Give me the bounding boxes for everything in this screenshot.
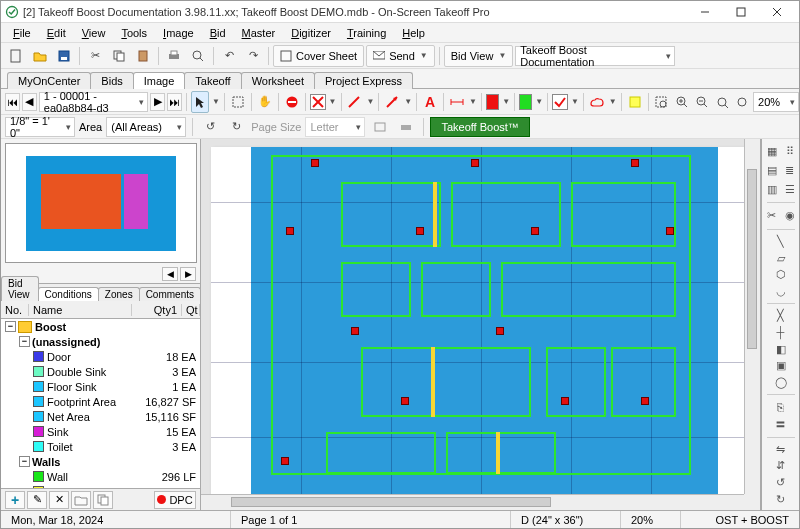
paste-icon[interactable]	[132, 45, 154, 67]
area-select[interactable]: (All Areas)▾	[106, 117, 186, 137]
tree-row[interactable]: Footprint Area16,827 SF	[1, 394, 200, 409]
tree-row[interactable]: Toilet3 EA	[1, 439, 200, 454]
zoom-in-icon[interactable]	[673, 91, 691, 113]
tool-count-icon[interactable]: ⬡	[773, 268, 789, 282]
tool-area-icon[interactable]: ▱	[773, 251, 789, 265]
flip-v-icon[interactable]: ⇵	[773, 459, 789, 473]
zoom-fit-icon[interactable]	[713, 91, 731, 113]
new-icon[interactable]	[5, 45, 27, 67]
menu-edit[interactable]: Edit	[39, 25, 74, 41]
minimize-button[interactable]	[687, 1, 723, 23]
pan-icon[interactable]: ✋	[256, 91, 274, 113]
grid-small-icon[interactable]: ▤	[764, 162, 780, 178]
document-select[interactable]: Takeoff Boost Documentation▾	[515, 46, 675, 66]
cut-icon[interactable]: ✂	[84, 45, 106, 67]
grid-dots-icon[interactable]: ⠿	[782, 143, 798, 159]
fill-red[interactable]	[486, 94, 499, 110]
ortho-icon[interactable]: ┼	[773, 326, 789, 340]
grid-tools-icon[interactable]: ▣	[773, 359, 789, 373]
menu-bid[interactable]: Bid	[202, 25, 234, 41]
arrow-red-icon[interactable]	[383, 91, 401, 113]
line-red-icon[interactable]	[345, 91, 363, 113]
open-icon[interactable]	[29, 45, 51, 67]
flip-h-icon[interactable]: ⇋	[773, 442, 789, 456]
drawing-canvas[interactable]	[201, 139, 761, 510]
tool-line-icon[interactable]: ╲	[773, 235, 789, 249]
condition-tree[interactable]: −Boost−(unassigned)Door18 EADouble Sink3…	[1, 319, 200, 488]
grid-big-icon[interactable]: ▦	[764, 143, 780, 159]
tab-takeoff[interactable]: Takeoff	[184, 72, 241, 89]
folder-icon[interactable]	[71, 491, 91, 509]
menu-file[interactable]: File	[5, 25, 39, 41]
rotate-left-icon[interactable]: ↺	[199, 116, 221, 138]
menu-help[interactable]: Help	[394, 25, 433, 41]
horizontal-scrollbar[interactable]	[201, 494, 744, 510]
tool-arc-icon[interactable]: ◡	[773, 285, 789, 299]
zoom-100-icon[interactable]	[733, 91, 751, 113]
dimension-icon[interactable]	[448, 91, 466, 113]
table-icon[interactable]: ▥	[764, 181, 780, 197]
thumb-next-icon[interactable]: ▶	[180, 267, 196, 281]
vertical-scrollbar[interactable]	[744, 139, 760, 494]
prev-page-icon[interactable]: ◀	[22, 93, 37, 111]
tree-row[interactable]: Wall296 LF	[1, 469, 200, 484]
stamp-icon[interactable]: ◉	[782, 208, 798, 224]
add-icon[interactable]: +	[5, 491, 25, 509]
tree-row[interactable]: −Walls	[1, 454, 200, 469]
pointer-icon[interactable]	[191, 91, 209, 113]
menu-training[interactable]: Training	[339, 25, 394, 41]
dpc-indicator[interactable]: DPC	[154, 491, 196, 509]
delete-icon[interactable]: ✕	[49, 491, 69, 509]
zoom-out-icon[interactable]	[693, 91, 711, 113]
check-icon[interactable]	[552, 94, 568, 110]
page-select[interactable]: 1 - 00001 - ea0a8b84-d3▾	[39, 92, 148, 112]
round-icon[interactable]: ◯	[773, 376, 789, 390]
attach-icon[interactable]: ⎘	[773, 400, 789, 414]
cond-tab-conditions[interactable]: Conditions	[38, 287, 99, 301]
tree-row[interactable]: Sink15 EA	[1, 424, 200, 439]
cloud-icon[interactable]	[588, 91, 606, 113]
tab-worksheet[interactable]: Worksheet	[241, 72, 315, 89]
menu-image[interactable]: Image	[155, 25, 202, 41]
scale-select[interactable]: 1/8" = 1' 0"▾	[5, 117, 75, 137]
close-button[interactable]	[759, 1, 795, 23]
print-icon[interactable]	[163, 45, 185, 67]
print2-icon[interactable]	[395, 116, 417, 138]
tree-row[interactable]: Door18 EA	[1, 349, 200, 364]
cut2-icon[interactable]: ✂	[764, 208, 780, 224]
menu-digitizer[interactable]: Digitizer	[283, 25, 339, 41]
save-icon[interactable]	[53, 45, 75, 67]
tree-row[interactable]: −(unassigned)	[1, 334, 200, 349]
layers-icon[interactable]: ≣	[782, 162, 798, 178]
rot-r-icon[interactable]: ↻	[773, 492, 789, 506]
cover-sheet-button[interactable]: Cover Sheet	[273, 45, 364, 67]
stop-icon[interactable]	[283, 91, 301, 113]
copy-icon[interactable]	[108, 45, 130, 67]
zoom-select[interactable]: 20%▾	[753, 92, 799, 112]
zoom-rect-icon[interactable]	[652, 91, 670, 113]
page-orient-icon[interactable]	[369, 116, 391, 138]
annot-cross-red[interactable]	[310, 94, 326, 110]
tree-row[interactable]: Net Area15,116 SF	[1, 409, 200, 424]
tree-row[interactable]: −Boost	[1, 319, 200, 334]
menu-master[interactable]: Master	[234, 25, 284, 41]
first-page-icon[interactable]: ⏮	[5, 93, 20, 111]
last-page-icon[interactable]: ⏭	[167, 93, 182, 111]
page-size-select[interactable]: Letter▾	[305, 117, 365, 137]
text-icon[interactable]: A	[421, 91, 439, 113]
thumb-prev-icon[interactable]: ◀	[162, 267, 178, 281]
send-button[interactable]: Send▼	[366, 45, 435, 67]
cond-tab-comments[interactable]: Comments	[139, 287, 201, 301]
cond-tab-zones[interactable]: Zones	[98, 287, 140, 301]
tree-row[interactable]: Double Sink3 EA	[1, 364, 200, 379]
maximize-button[interactable]	[723, 1, 759, 23]
cond-tab-bid-view[interactable]: Bid View	[1, 276, 39, 301]
next-page-icon[interactable]: ▶	[150, 93, 165, 111]
row-icon[interactable]: ☰	[782, 181, 798, 197]
tab-project-express[interactable]: Project Express	[314, 72, 413, 89]
snap-icon[interactable]: ╳	[773, 309, 789, 323]
split-icon[interactable]: 〓	[773, 417, 789, 432]
rot-l-icon[interactable]: ↺	[773, 476, 789, 490]
highlight-icon[interactable]	[625, 91, 643, 113]
undo-icon[interactable]: ↶	[218, 45, 240, 67]
